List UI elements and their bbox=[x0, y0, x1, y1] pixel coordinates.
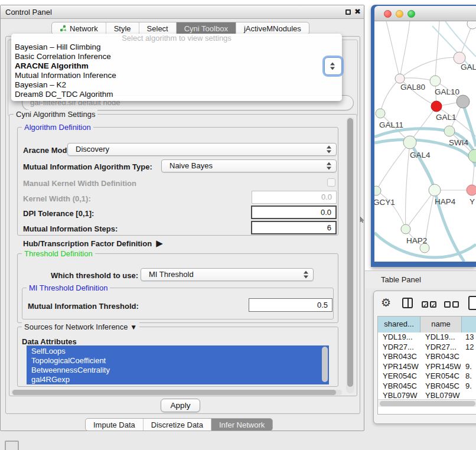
node-swi4[interactable] bbox=[444, 126, 455, 136]
table-hscrollbar-thumb[interactable] bbox=[380, 401, 475, 406]
table-row[interactable]: YER054CYER054C8. bbox=[378, 371, 476, 381]
minimize-traffic-light[interactable] bbox=[396, 10, 403, 18]
select-all-checks-icon[interactable]: ✓ bbox=[430, 301, 436, 308]
node-gcy1[interactable] bbox=[374, 186, 381, 195]
node-gal80[interactable] bbox=[395, 74, 405, 83]
cell: YER054C bbox=[425, 371, 461, 381]
cell: YBL079W bbox=[383, 391, 419, 399]
settings-hscrollbar-track[interactable] bbox=[11, 390, 342, 395]
algorithm-item[interactable]: Mutual Information Inference bbox=[11, 71, 342, 80]
node[interactable] bbox=[468, 149, 476, 162]
list-item[interactable]: TopologicalCoefficient bbox=[27, 356, 329, 366]
table-row[interactable]: YBR043CYBR043C bbox=[378, 352, 476, 362]
node-gal1-red[interactable] bbox=[431, 101, 442, 112]
close-traffic-light[interactable] bbox=[384, 10, 392, 18]
table-row[interactable]: YDL19...YDL19...13 bbox=[378, 332, 476, 343]
node-label: SWI4 bbox=[449, 138, 468, 147]
algorithm-item[interactable]: Dream8 DC_TDC Algorithm bbox=[11, 90, 342, 99]
node-label: GAL4 bbox=[410, 151, 431, 159]
inference-algorithm-combo-fragment[interactable] bbox=[324, 57, 342, 75]
table-row[interactable]: YDR27...YDR27...12 bbox=[378, 343, 476, 353]
table-header-row: shared... name bbox=[378, 317, 476, 332]
node-gray[interactable] bbox=[457, 95, 470, 108]
node-gal4[interactable] bbox=[403, 136, 416, 149]
clear-checks-icon[interactable] bbox=[444, 301, 451, 308]
network-graph: GAL GAL80 GAL10 GAL1 GAL11 SWI4 GAL4 GCY… bbox=[374, 21, 476, 262]
node-gal11[interactable] bbox=[376, 109, 385, 118]
tab-style[interactable]: Style bbox=[106, 22, 139, 35]
algorithm-item[interactable]: Basic Correlation Inference bbox=[11, 52, 342, 61]
node-hap4[interactable] bbox=[429, 184, 441, 196]
node-gal10[interactable] bbox=[430, 76, 441, 86]
algorithm-placeholder: Select algorithm to view settings bbox=[11, 34, 342, 43]
hub-definition-expander[interactable]: Hub/Transcription Factor Definition ▶ bbox=[23, 238, 163, 249]
tab-discretize-data[interactable]: Discretize Data bbox=[144, 419, 211, 431]
tab-select[interactable]: Select bbox=[139, 22, 177, 35]
settings-hscrollbar-thumb[interactable] bbox=[12, 390, 336, 395]
clear-checks-icon[interactable] bbox=[452, 301, 459, 308]
list-item[interactable]: BetweennessCentrality bbox=[27, 366, 329, 375]
list-vscrollbar-thumb[interactable] bbox=[322, 347, 328, 382]
column-header-name[interactable]: name bbox=[420, 317, 462, 332]
node-hap2[interactable] bbox=[401, 224, 410, 234]
algorithm-item[interactable]: Bayesian – Hill Climbing bbox=[11, 43, 342, 52]
tab-network-label: Network bbox=[70, 24, 98, 33]
which-threshold-value: MI Threshold bbox=[149, 270, 194, 279]
dpi-tolerance-field[interactable]: 0.0 bbox=[251, 206, 337, 219]
combo-spinner-icon bbox=[327, 162, 332, 170]
column-header-shared-name[interactable]: shared... bbox=[378, 317, 420, 332]
cell: YBR043C bbox=[425, 352, 461, 362]
tab-network[interactable]: Network bbox=[52, 22, 106, 35]
table-toolbar: ⚙ ✓ ✓ bbox=[374, 291, 476, 316]
node-label: GAL1 bbox=[436, 113, 457, 122]
node[interactable] bbox=[454, 52, 465, 64]
data-attributes-list: SelfLoops TopologicalCoefficient Between… bbox=[27, 345, 329, 384]
settings-vscrollbar-thumb[interactable] bbox=[347, 118, 353, 387]
table-hscrollbar-track[interactable] bbox=[378, 399, 476, 407]
cell: YDL19... bbox=[383, 332, 419, 343]
dpi-tolerance-label: DPI Tolerance [0,1]: bbox=[23, 209, 94, 218]
tab-jactivemnodules[interactable]: jActiveMNodules bbox=[236, 22, 309, 35]
sources-collapse-toggle[interactable]: Sources for Network Inference ▼ bbox=[22, 322, 139, 331]
gear-icon[interactable]: ⚙ bbox=[381, 297, 391, 309]
column-header-cut[interactable] bbox=[462, 317, 476, 332]
tab-infer-network[interactable]: Infer Network bbox=[211, 419, 272, 431]
table-row[interactable]: YBL079WYBL079W bbox=[378, 391, 476, 399]
node-label: HAP2 bbox=[406, 236, 427, 245]
zoom-traffic-light[interactable] bbox=[407, 10, 415, 18]
table-row[interactable]: YPR145WYPR145W9. bbox=[378, 362, 476, 372]
hub-definition-label: Hub/Transcription Factor Definition bbox=[23, 239, 152, 248]
node-salmon[interactable] bbox=[467, 185, 476, 195]
bottom-left-button[interactable] bbox=[5, 441, 19, 450]
algorithm-item-selected[interactable]: ARACNE Algorithm bbox=[11, 61, 342, 71]
select-all-checks-icon[interactable]: ✓ bbox=[422, 301, 428, 308]
aracne-mode-combo[interactable]: Discovery bbox=[67, 143, 337, 156]
settings-vscrollbar-track[interactable] bbox=[346, 117, 354, 393]
network-canvas[interactable]: GAL GAL80 GAL10 GAL1 GAL11 SWI4 GAL4 GCY… bbox=[374, 21, 476, 262]
mi-steps-field[interactable]: 6 bbox=[251, 221, 337, 234]
mi-threshold-field[interactable]: 0.5 bbox=[249, 298, 332, 312]
node[interactable] bbox=[467, 21, 476, 29]
function-builder-icon[interactable] bbox=[468, 296, 476, 310]
cell: 13 bbox=[465, 332, 476, 343]
mi-type-combo[interactable]: Naive Bayes bbox=[161, 159, 337, 172]
node-label: Y bbox=[470, 197, 475, 206]
close-icon[interactable]: ✖ bbox=[354, 7, 361, 16]
table-row[interactable]: YBR045CYBR045C9. bbox=[378, 381, 476, 392]
expander-down-icon: ▼ bbox=[130, 323, 137, 331]
manual-kernel-checkbox[interactable] bbox=[327, 178, 335, 187]
table-panel-window: ⚙ ✓ ✓ shared... name YDL19...YDL19...13 … bbox=[373, 291, 476, 424]
algorithm-item[interactable]: Bayesian – K2 bbox=[11, 80, 342, 90]
cell: 12 bbox=[465, 343, 476, 353]
tab-cyni-toolbox[interactable]: Cyni Toolbox bbox=[177, 22, 236, 35]
settings-group-title: Cyni Algorithm Settings bbox=[14, 110, 97, 119]
cell: YER054C bbox=[383, 371, 419, 381]
apply-button[interactable]: Apply bbox=[161, 399, 200, 412]
which-threshold-combo[interactable]: MI Threshold bbox=[141, 268, 314, 281]
columns-icon[interactable] bbox=[402, 298, 413, 308]
list-item[interactable]: SelfLoops bbox=[27, 347, 329, 356]
kernel-width-field[interactable]: 0.0 bbox=[252, 191, 337, 204]
list-item[interactable]: gal4RGexp bbox=[27, 375, 329, 384]
float-icon[interactable] bbox=[345, 9, 351, 15]
tab-impute-data[interactable]: Impute Data bbox=[86, 419, 144, 431]
